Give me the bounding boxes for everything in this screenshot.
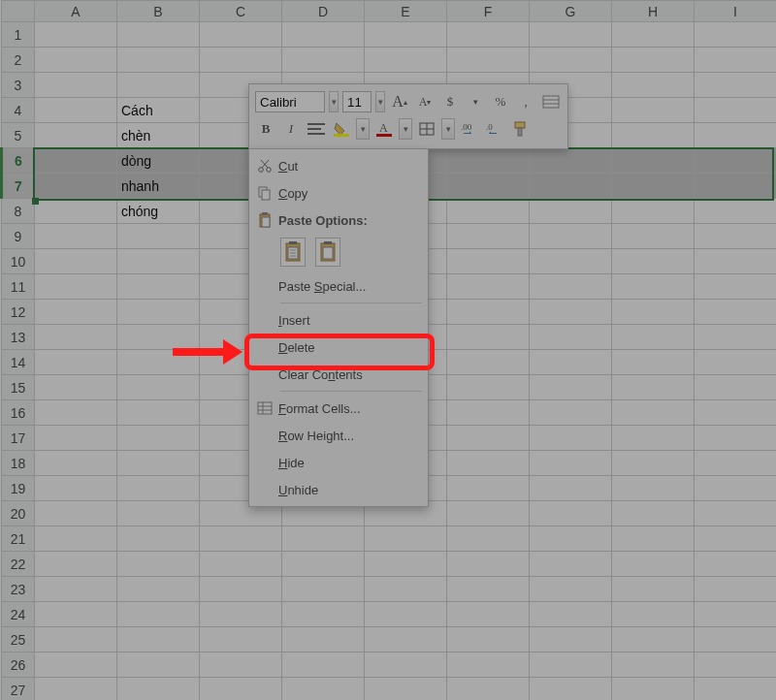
- cell[interactable]: [117, 350, 200, 375]
- cell[interactable]: [117, 627, 200, 652]
- cell[interactable]: Cách: [117, 98, 200, 123]
- cell[interactable]: [35, 325, 117, 350]
- cell[interactable]: [695, 375, 777, 400]
- cell[interactable]: [200, 602, 282, 627]
- cell[interactable]: [35, 123, 117, 148]
- cell[interactable]: [447, 652, 530, 678]
- row-header[interactable]: 9: [2, 224, 35, 249]
- cell[interactable]: [447, 577, 530, 602]
- cell[interactable]: [695, 602, 777, 627]
- cell[interactable]: [612, 552, 695, 577]
- column-header[interactable]: E: [365, 1, 447, 22]
- cell[interactable]: [695, 48, 777, 73]
- cell[interactable]: [447, 48, 530, 73]
- cell[interactable]: [35, 501, 117, 526]
- cell[interactable]: [612, 199, 695, 224]
- cell[interactable]: [530, 249, 612, 274]
- cell[interactable]: [200, 48, 282, 73]
- cell[interactable]: [447, 678, 530, 701]
- format-painter-button[interactable]: [509, 118, 531, 140]
- increase-decimal-button[interactable]: .00: [459, 118, 480, 140]
- cell[interactable]: [365, 552, 447, 577]
- cell[interactable]: [530, 48, 612, 73]
- cell[interactable]: [612, 400, 695, 426]
- percent-format-button[interactable]: %: [490, 91, 511, 112]
- cell[interactable]: [612, 602, 695, 627]
- cell[interactable]: [530, 224, 612, 249]
- cell[interactable]: [117, 325, 200, 350]
- cell[interactable]: [447, 476, 530, 501]
- cell[interactable]: [695, 501, 777, 526]
- cell[interactable]: [695, 98, 777, 123]
- cell[interactable]: [35, 602, 117, 627]
- cell[interactable]: chèn: [117, 123, 200, 148]
- menu-paste-special[interactable]: Paste Special...: [251, 272, 426, 300]
- cell[interactable]: [282, 577, 365, 602]
- cell[interactable]: [530, 300, 612, 325]
- cell[interactable]: [447, 300, 530, 325]
- cell[interactable]: [612, 224, 695, 249]
- select-all-corner[interactable]: [2, 1, 35, 22]
- align-button[interactable]: [306, 118, 327, 140]
- cell[interactable]: [117, 451, 200, 476]
- fill-color-button[interactable]: [331, 118, 352, 140]
- cell[interactable]: [695, 476, 777, 501]
- comma-format-button[interactable]: ,: [515, 91, 536, 112]
- fill-color-dropdown[interactable]: ▾: [356, 118, 370, 140]
- column-header[interactable]: A: [35, 1, 117, 22]
- cell[interactable]: [35, 274, 117, 300]
- font-size-input[interactable]: [342, 91, 372, 112]
- cell[interactable]: [695, 224, 777, 249]
- cell[interactable]: [612, 274, 695, 300]
- cell[interactable]: [447, 375, 530, 400]
- cell[interactable]: [530, 526, 612, 552]
- cell[interactable]: [365, 602, 447, 627]
- cell[interactable]: [530, 426, 612, 451]
- cell[interactable]: [447, 325, 530, 350]
- border-dropdown[interactable]: ▾: [441, 118, 455, 140]
- cell[interactable]: [117, 400, 200, 426]
- cell[interactable]: [200, 678, 282, 701]
- cell[interactable]: [447, 224, 530, 249]
- increase-font-button[interactable]: A▴: [389, 91, 410, 112]
- row-header[interactable]: 18: [2, 451, 35, 476]
- menu-format-cells[interactable]: Format Cells...: [251, 395, 426, 422]
- cell[interactable]: [530, 577, 612, 602]
- cell[interactable]: [35, 148, 117, 174]
- cell[interactable]: [35, 678, 117, 701]
- row-header[interactable]: 13: [2, 325, 35, 350]
- cell[interactable]: [530, 350, 612, 375]
- row-header[interactable]: 24: [2, 602, 35, 627]
- cell[interactable]: [447, 627, 530, 652]
- cell[interactable]: [35, 199, 117, 224]
- cell[interactable]: [365, 577, 447, 602]
- cell[interactable]: [612, 501, 695, 526]
- cell[interactable]: [695, 426, 777, 451]
- cell[interactable]: [612, 375, 695, 400]
- cell[interactable]: [530, 375, 612, 400]
- cell[interactable]: [35, 22, 117, 48]
- bold-button[interactable]: B: [255, 118, 276, 140]
- cell[interactable]: [447, 426, 530, 451]
- menu-clear-contents[interactable]: Clear Contents: [251, 361, 426, 388]
- cell[interactable]: [695, 123, 777, 148]
- cell[interactable]: [530, 678, 612, 701]
- font-color-button[interactable]: A: [373, 118, 395, 140]
- cell[interactable]: [612, 174, 695, 199]
- cell[interactable]: [117, 678, 200, 701]
- cell[interactable]: [282, 22, 365, 48]
- cell[interactable]: [612, 476, 695, 501]
- accounting-format-button[interactable]: $: [439, 91, 461, 112]
- cell[interactable]: [695, 627, 777, 652]
- cell[interactable]: [447, 451, 530, 476]
- column-header[interactable]: C: [200, 1, 282, 22]
- column-header[interactable]: B: [117, 1, 200, 22]
- cell[interactable]: nhanh: [117, 174, 200, 199]
- column-header[interactable]: H: [612, 1, 695, 22]
- cell[interactable]: [35, 652, 117, 678]
- row-header[interactable]: 15: [2, 375, 35, 400]
- cell[interactable]: [117, 224, 200, 249]
- row-header[interactable]: 11: [2, 274, 35, 300]
- accounting-dropdown[interactable]: ▾: [465, 91, 486, 112]
- cell[interactable]: [35, 224, 117, 249]
